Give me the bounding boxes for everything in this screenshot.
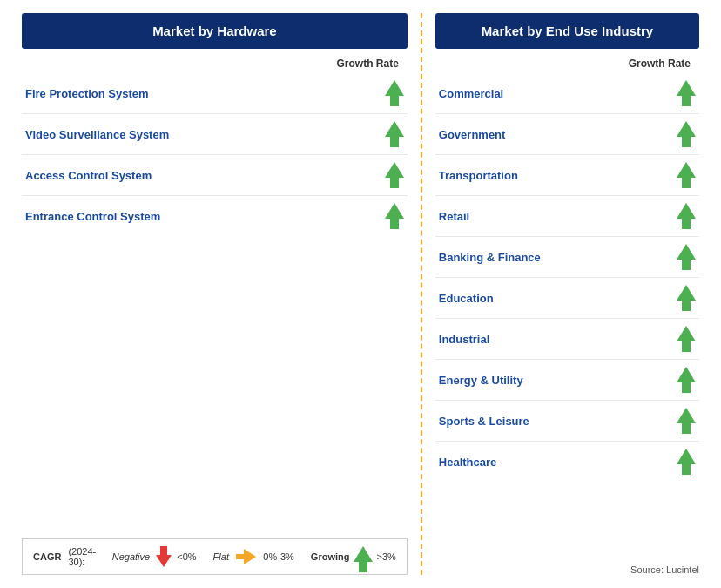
flat-range: 0%-3% — [263, 551, 293, 562]
growing-range: >3% — [377, 551, 396, 562]
right-growth-rate-label: Growth Rate — [435, 57, 699, 70]
orange-flat-arrow-icon — [236, 549, 256, 564]
green-up-arrow-icon — [677, 244, 696, 270]
list-item: Government — [435, 114, 699, 155]
source-text: Source: Lucintel — [435, 559, 699, 575]
item-label: Energy & Utility — [439, 374, 523, 387]
item-label: Entrance Control System — [25, 210, 160, 223]
right-panel-header: Market by End Use Industry — [435, 13, 699, 49]
green-up-arrow-icon — [677, 326, 696, 352]
growing-label: Growing — [311, 551, 350, 562]
left-items-list: Fire Protection System Video Surveillanc… — [22, 73, 408, 236]
item-label: Government — [439, 128, 506, 141]
green-up-arrow-icon — [677, 80, 696, 106]
item-label: Industrial — [439, 333, 490, 346]
list-item: Energy & Utility — [435, 360, 699, 401]
green-up-arrow-icon — [677, 162, 696, 188]
list-item: Sports & Leisure — [435, 401, 699, 442]
left-growth-rate-label: Growth Rate — [22, 57, 408, 70]
green-up-arrow-icon — [677, 285, 696, 311]
item-label: Banking & Finance — [439, 251, 541, 264]
legend-box: CAGR (2024-30): Negative <0% Flat 0%-3% … — [22, 538, 408, 575]
green-up-arrow-icon — [677, 449, 696, 475]
cagr-label: CAGR — [33, 551, 61, 562]
list-item: Fire Protection System — [22, 73, 408, 114]
list-item: Transportation — [435, 155, 699, 196]
green-up-arrow-icon — [677, 367, 696, 393]
item-label: Commercial — [439, 87, 503, 100]
item-label: Education — [439, 292, 494, 305]
list-item: Retail — [435, 196, 699, 237]
item-label: Sports & Leisure — [439, 415, 529, 428]
item-label: Healthcare — [439, 456, 496, 469]
left-panel: Market by Hardware Growth Rate Fire Prot… — [13, 13, 416, 575]
flat-label: Flat — [213, 551, 229, 562]
right-items-list: Commercial Government Transportation Ret… — [435, 73, 699, 482]
period-label: (2024-30): — [68, 546, 104, 567]
red-down-arrow-icon — [157, 546, 170, 567]
item-label: Retail — [439, 210, 469, 223]
right-panel: Market by End Use Industry Growth Rate C… — [427, 13, 708, 575]
green-up-arrow-icon — [385, 121, 404, 147]
list-item: Industrial — [435, 319, 699, 360]
list-item: Banking & Finance — [435, 237, 699, 278]
green-up-arrow-icon — [385, 80, 404, 106]
list-item: Video Surveillance System — [22, 114, 408, 155]
list-item: Healthcare — [435, 442, 699, 482]
list-item: Entrance Control System — [22, 196, 408, 236]
green-up-arrow-icon — [385, 162, 404, 188]
list-item: Commercial — [435, 73, 699, 114]
green-up-arrow-icon — [677, 203, 696, 229]
item-label: Video Surveillance System — [25, 128, 169, 141]
panel-divider — [421, 13, 422, 575]
left-panel-header: Market by Hardware — [22, 13, 408, 49]
green-up-arrow-icon — [385, 203, 404, 229]
green-up-arrow-icon — [677, 121, 696, 147]
list-item: Education — [435, 278, 699, 319]
list-item: Access Control System — [22, 155, 408, 196]
green-up-arrow-icon — [677, 408, 696, 434]
item-label: Transportation — [439, 169, 518, 182]
item-label: Access Control System — [25, 169, 152, 182]
negative-range: <0% — [177, 551, 196, 562]
item-label: Fire Protection System — [25, 87, 149, 100]
green-small-arrow-icon — [356, 546, 369, 567]
negative-label: Negative — [112, 551, 150, 562]
